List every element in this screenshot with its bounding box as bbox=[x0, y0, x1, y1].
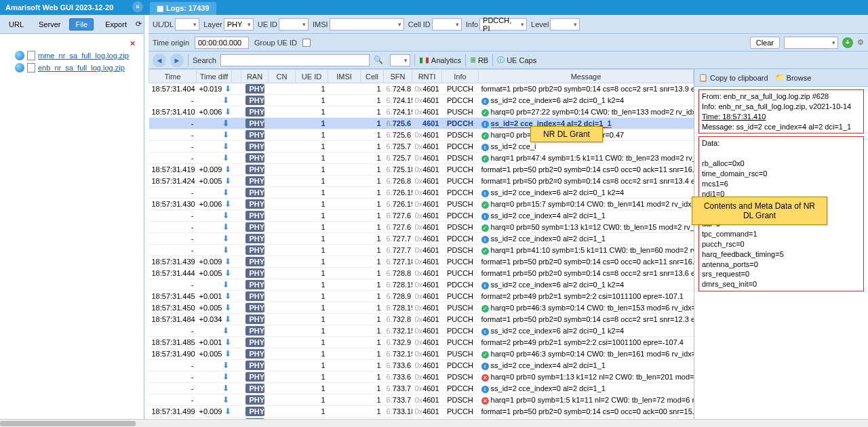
group-ue-label: Group UE ID bbox=[254, 39, 297, 47]
add-icon[interactable]: + bbox=[842, 37, 853, 48]
export-button[interactable]: Export bbox=[99, 18, 133, 30]
tree-label: enb_nr_sa_full_log.log.zip bbox=[38, 64, 125, 72]
col-header[interactable]: Time diff bbox=[197, 70, 232, 83]
table-row[interactable]: 18:57:31.490+0.005 ⬇PHY116.732.190x4601P… bbox=[149, 348, 694, 360]
col-header[interactable] bbox=[232, 70, 241, 83]
table-row[interactable]: 18:57:31.485+0.001 ⬇PHY116.732.90x4601PU… bbox=[149, 337, 694, 348]
search-input[interactable] bbox=[220, 54, 370, 66]
globe-icon bbox=[15, 63, 24, 73]
info-label: Info bbox=[466, 20, 478, 28]
info-select[interactable]: PDCCH, PI bbox=[479, 18, 527, 30]
app-title: Amarisoft Web GUI 2023-12-20 bbox=[5, 3, 113, 12]
table-row[interactable]: 18:57:31.484+0.034 ⬇PHY116.732.80x4601PU… bbox=[149, 314, 694, 325]
table-row[interactable]: - ⬇PHY116.725.70x4601PDCCHi ss_id=2 cce_… bbox=[149, 141, 694, 152]
col-header[interactable]: Info bbox=[442, 70, 479, 83]
table-row[interactable]: 18:57:31.424+0.005 ⬇PHY116.726.80x4601PU… bbox=[149, 176, 694, 187]
file-icon bbox=[27, 63, 35, 73]
table-row[interactable]: 18:57:31.450+0.005 ⬇PHY116.728.190x4601P… bbox=[149, 302, 694, 314]
hscrollbar[interactable] bbox=[0, 419, 868, 427]
close-icon[interactable]: ✕ bbox=[3, 38, 141, 49]
table-row[interactable]: - ⬇PHY116.728.150x4601PDCCHi ss_id=2 cce… bbox=[149, 279, 694, 291]
table-row[interactable]: - ⬇PHY116.727.70x4601PDSCH✓ harq=1 prb=4… bbox=[149, 245, 694, 256]
col-header[interactable]: Message bbox=[479, 70, 694, 83]
layer-select[interactable]: PHY bbox=[224, 18, 254, 30]
file-icon: ▦ bbox=[157, 4, 163, 13]
search-label: Search bbox=[193, 56, 216, 64]
ueid-select[interactable] bbox=[279, 18, 309, 30]
col-header[interactable]: CN bbox=[269, 70, 296, 83]
col-header[interactable]: SFN bbox=[384, 70, 412, 83]
time-origin-input[interactable] bbox=[195, 37, 249, 49]
imsi-label: IMSI bbox=[313, 20, 328, 28]
tab-logs[interactable]: ▦ Logs: 17439 bbox=[150, 2, 216, 15]
table-row[interactable]: - ⬇PHY116.725.64601PDCCHi ss_id=2 cce_in… bbox=[149, 118, 694, 129]
table-row[interactable]: 18:57:31.499+0.009 ⬇PHY116.733.180x4601P… bbox=[149, 406, 694, 418]
col-header[interactable]: RNTI bbox=[412, 70, 442, 83]
imsi-select[interactable] bbox=[330, 18, 404, 30]
table-row[interactable]: 18:57:31.419+0.009 ⬇PHY116.725.180x4601P… bbox=[149, 164, 694, 176]
detail-data-label: Data: bbox=[702, 138, 861, 148]
layer-label: Layer bbox=[203, 20, 222, 28]
table-row[interactable]: 18:57:31.444+0.005 ⬇PHY116.728.80x4601PU… bbox=[149, 268, 694, 279]
info-icon: ⓘ bbox=[497, 55, 505, 65]
cellid-select[interactable] bbox=[432, 18, 462, 30]
refresh-icon[interactable]: ⟳ bbox=[136, 18, 142, 31]
chart-icon: ▮ bbox=[419, 56, 423, 64]
file-button[interactable]: File bbox=[69, 18, 94, 30]
group-ue-checkbox[interactable] bbox=[302, 39, 311, 47]
col-header[interactable]: Time bbox=[149, 70, 197, 83]
list-icon: ≣ bbox=[470, 56, 476, 64]
browse-button[interactable]: 📁Browse bbox=[775, 73, 812, 82]
detail-time: Time: 18:57:31.410 bbox=[702, 112, 861, 122]
server-button[interactable]: Server bbox=[33, 18, 66, 30]
col-header[interactable]: IMSI bbox=[328, 70, 361, 83]
level-select[interactable] bbox=[550, 18, 580, 30]
table-row[interactable]: - ⬇PHY116.733.60x4601PDSCH✕ harq=0 prb=0… bbox=[149, 371, 694, 383]
callout-contents: Contents and Meta Data of NR DL Grant bbox=[692, 197, 827, 225]
table-row[interactable]: - ⬇PHY116.725.60x4601PDSCH✓ harq=0 prb=0… bbox=[149, 129, 694, 141]
table-row[interactable]: - ⬇PHY116.724.150x4601PDCCHi ss_id=2 cce… bbox=[149, 95, 694, 106]
clear-button[interactable]: Clear bbox=[750, 37, 780, 49]
table-row[interactable]: 18:57:31.439+0.009 ⬇PHY116.727.180x4601P… bbox=[149, 256, 694, 268]
table-row[interactable]: - ⬇PHY116.727.60x4601PDSCH✓ harq=0 prb=5… bbox=[149, 222, 694, 233]
detail-header-box: From: enb_nr_sa_full_log.log.zip #628 In… bbox=[698, 89, 864, 134]
table-row[interactable]: 18:57:31.445+0.001 ⬇PHY116.728.90x4601PU… bbox=[149, 291, 694, 302]
analytics-button[interactable]: ▮▮Analytics bbox=[419, 56, 461, 64]
table-row[interactable]: - ⬇PHY116.733.60x4601PDCCHi ss_id=2 cce_… bbox=[149, 360, 694, 371]
table-row[interactable]: - ⬇PHY116.733.70x4601PDCCHi ss_id=2 cce_… bbox=[149, 383, 694, 394]
url-button[interactable]: URL bbox=[3, 18, 30, 30]
uldl-select[interactable] bbox=[175, 18, 199, 30]
table-row[interactable]: 18:57:31.410+0.006 ⬇PHY116.724.190x4601P… bbox=[149, 106, 694, 118]
search-opts[interactable] bbox=[390, 54, 410, 66]
copy-button[interactable]: 📋Copy to clipboard bbox=[698, 73, 768, 82]
detail-info: Info: enb_nr_sa_full_log.log.zip, v2021-… bbox=[702, 102, 861, 112]
level-label: Level bbox=[531, 20, 549, 28]
ueid-label: UE ID bbox=[258, 20, 277, 28]
table-row[interactable]: - ⬇PHY116.727.60x4601PDCCHi ss_id=2 cce_… bbox=[149, 210, 694, 222]
detail-from: From: enb_nr_sa_full_log.log.zip #628 bbox=[702, 92, 861, 102]
table-row[interactable]: - ⬇PHY116.726.150x4601PDCCHi ss_id=2 cce… bbox=[149, 187, 694, 199]
gear-icon[interactable]: ⚙ bbox=[857, 38, 864, 47]
log-table: TimeTime diffRANCNUE IDIMSICellSFNRNTIIn… bbox=[149, 69, 694, 419]
collapse-left-icon[interactable]: « bbox=[132, 1, 143, 12]
clear-select[interactable] bbox=[784, 37, 838, 49]
back-icon[interactable]: ◄ bbox=[153, 54, 166, 67]
clipboard-icon: 📋 bbox=[698, 73, 708, 82]
table-row[interactable]: - ⬇PHY116.733.70x4601PDSCH✕ harq=1 prb=0… bbox=[149, 394, 694, 406]
col-header[interactable]: Cell bbox=[361, 70, 384, 83]
tree-item[interactable]: enb_nr_sa_full_log.log.zip bbox=[3, 62, 141, 74]
tree-item[interactable]: mme_nr_sa_full_log.log.zip bbox=[3, 49, 141, 62]
rb-button[interactable]: ≣RB bbox=[470, 56, 488, 64]
table-row[interactable]: 18:57:31.430+0.006 ⬇PHY116.726.190x4601P… bbox=[149, 199, 694, 210]
binoculars-icon[interactable]: 🔍 bbox=[374, 56, 386, 64]
uecaps-button[interactable]: ⓘUE Caps bbox=[497, 55, 536, 65]
forward-icon[interactable]: ► bbox=[170, 54, 184, 67]
table-row[interactable]: - ⬇PHY116.732.150x4601PDCCHi ss_id=2 cce… bbox=[149, 325, 694, 337]
table-row[interactable]: - ⬇PHY116.727.70x4601PDCCHi ss_id=2 cce_… bbox=[149, 233, 694, 245]
col-header[interactable]: UE ID bbox=[296, 70, 328, 83]
cellid-label: Cell ID bbox=[408, 20, 431, 28]
table-row[interactable]: 18:57:31.404+0.019 ⬇PHY116.724.80x4601PU… bbox=[149, 83, 694, 95]
table-row[interactable]: - ⬇PHY116.725.70x4601PDSCH✓ harq=1 prb=4… bbox=[149, 152, 694, 164]
tab-label: Logs: 17439 bbox=[166, 4, 210, 13]
col-header[interactable]: RAN bbox=[241, 70, 269, 83]
